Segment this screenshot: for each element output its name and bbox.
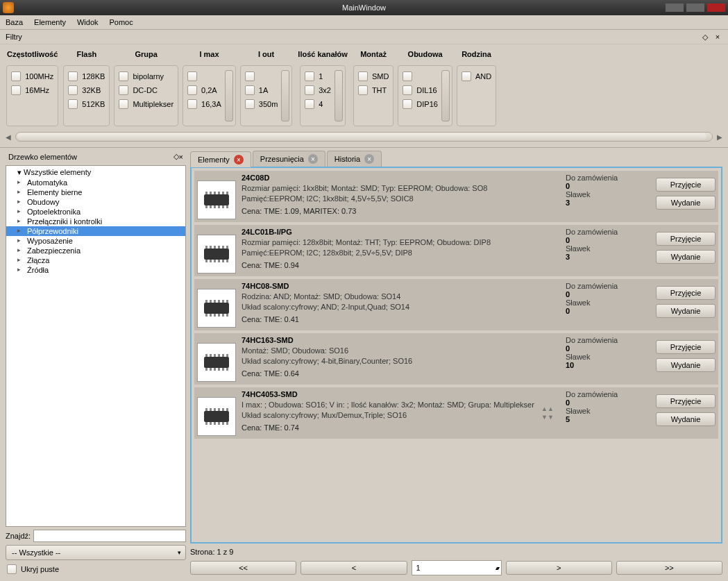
tree-node[interactable]: Źródła — [6, 265, 185, 275]
tree-node[interactable]: Przełączniki i kontrolki — [6, 217, 185, 226]
tree-node[interactable]: Optoelektronika — [6, 207, 185, 217]
tab[interactable]: Elementy× — [190, 151, 251, 167]
tab-close-icon[interactable]: × — [234, 155, 244, 165]
tree-node[interactable]: Automatyka — [6, 178, 185, 187]
filter-checkbox[interactable] — [68, 85, 78, 95]
filter-group-label: I out — [257, 47, 276, 61]
move-down-icon[interactable]: ▼▼ — [541, 414, 554, 421]
list-item[interactable]: 74HC4053-SMDI max: ; Obudowa: SO16; V in… — [194, 387, 718, 439]
element-tree[interactable]: ▾ Wszystkie elementyAutomatykaElementy b… — [6, 165, 186, 527]
svg-rect-62 — [218, 408, 220, 411]
filter-checkbox[interactable] — [187, 71, 197, 81]
filter-option-label: THT — [372, 86, 387, 94]
filter-checkbox[interactable] — [245, 85, 255, 95]
titlebar[interactable]: MainWindow — [0, 0, 728, 15]
filter-checkbox[interactable] — [11, 71, 21, 81]
filter-close-icon[interactable]: × — [713, 32, 722, 42]
filter-scrollbar[interactable]: ◀ ▶ — [0, 129, 728, 147]
filter-checkbox[interactable] — [119, 71, 128, 81]
receive-button[interactable]: Przyjęcie — [656, 394, 716, 408]
filter-checkbox[interactable] — [403, 71, 412, 81]
filter-option-label: Multiplekser — [133, 100, 173, 108]
svg-rect-46 — [205, 354, 208, 357]
tree-node[interactable]: Elementy bierne — [6, 187, 185, 197]
page-prev-button[interactable]: < — [300, 561, 407, 575]
issue-button[interactable]: Wydanie — [656, 358, 716, 372]
issue-button[interactable]: Wydanie — [656, 250, 716, 264]
tree-node[interactable]: Wyposażenie — [6, 236, 185, 246]
item-name: 74HC4053-SMD — [242, 390, 535, 398]
filter-checkbox[interactable] — [245, 99, 255, 109]
maximize-button[interactable] — [686, 3, 704, 12]
tree-root[interactable]: ▾ Wszystkie elementy — [6, 167, 185, 178]
svg-rect-30 — [218, 314, 220, 317]
filter-checkbox[interactable] — [358, 71, 368, 81]
filter-combo[interactable]: -- Wszystkie -- — [6, 545, 186, 560]
filter-checkbox[interactable] — [119, 85, 128, 95]
menu-widok[interactable]: Widok — [77, 18, 99, 26]
filter-option-label: 4 — [319, 100, 323, 108]
tab-close-icon[interactable]: × — [308, 154, 318, 164]
svg-rect-13 — [204, 249, 229, 260]
filter-checkbox[interactable] — [462, 71, 471, 81]
scroll-left-icon[interactable]: ◀ — [6, 133, 11, 141]
close-button[interactable] — [707, 3, 725, 12]
issue-button[interactable]: Wydanie — [656, 196, 716, 210]
filter-checkbox[interactable] — [68, 99, 78, 109]
filter-option-label: 350m — [259, 100, 278, 108]
filter-group: SMDTHT — [353, 65, 393, 126]
tab[interactable]: Przesunięcia× — [253, 151, 325, 167]
receive-button[interactable]: Przyjęcie — [656, 286, 716, 300]
filter-checkbox[interactable] — [403, 85, 412, 95]
list-item[interactable]: 74HC163-SMDMontaż: SMD; Obudowa: SO16Ukł… — [194, 333, 718, 385]
tree-close-icon[interactable]: × — [179, 153, 183, 161]
svg-rect-59 — [205, 408, 208, 411]
tree-node[interactable]: Obudowy — [6, 197, 185, 207]
hide-empty-label: Ukryj puste — [21, 565, 59, 573]
owner-value: 3 — [566, 253, 650, 261]
svg-rect-52 — [204, 411, 229, 422]
page-next-button[interactable]: > — [506, 561, 612, 575]
tab-close-icon[interactable]: × — [364, 154, 374, 164]
filter-checkbox[interactable] — [305, 85, 314, 95]
minimize-button[interactable] — [666, 3, 684, 12]
list-item[interactable]: 24C08DRozmiar pamięci: 1kx8bit; Montaż: … — [194, 171, 718, 222]
list-item[interactable]: 24LC01B-I/PGRozmiar pamięci: 128x8bit; M… — [194, 225, 718, 276]
issue-button[interactable]: Wydanie — [656, 304, 716, 318]
filter-checkbox[interactable] — [305, 99, 314, 109]
find-input[interactable] — [33, 530, 186, 542]
page-select[interactable]: 1 — [412, 560, 502, 575]
menu-pomoc[interactable]: Pomoc — [110, 18, 133, 26]
filter-checkbox[interactable] — [11, 85, 21, 95]
scroll-right-icon[interactable]: ▶ — [717, 133, 722, 141]
filter-checkbox[interactable] — [358, 85, 368, 95]
hide-empty-checkbox[interactable] — [7, 564, 17, 574]
owner-value: 0 — [566, 307, 650, 315]
move-up-icon[interactable]: ▲▲ — [541, 405, 554, 412]
filter-checkbox[interactable] — [305, 71, 314, 81]
filter-checkbox[interactable] — [187, 85, 197, 95]
receive-button[interactable]: Przyjęcie — [656, 340, 716, 354]
receive-button[interactable]: Przyjęcie — [656, 232, 716, 246]
page-last-button[interactable]: >> — [616, 561, 722, 575]
issue-button[interactable]: Wydanie — [656, 412, 716, 426]
tree-node[interactable]: Półprzewodniki — [6, 226, 185, 236]
filter-checkbox[interactable] — [119, 99, 128, 109]
filter-checkbox[interactable] — [187, 99, 197, 109]
tree-detach-icon[interactable]: ◇ — [173, 152, 179, 161]
menu-elementy[interactable]: Elementy — [34, 18, 66, 26]
filter-option-label: 1A — [259, 86, 268, 94]
item-list[interactable]: 24C08DRozmiar pamięci: 1kx8bit; Montaż: … — [190, 167, 722, 544]
filter-group-label: Ilość kanałów — [296, 47, 349, 61]
tree-node[interactable]: Zabezpieczenia — [6, 246, 185, 255]
menu-baza[interactable]: Baza — [6, 18, 23, 26]
tab[interactable]: Historia× — [327, 151, 382, 167]
receive-button[interactable]: Przyjęcie — [656, 178, 716, 192]
filter-checkbox[interactable] — [68, 71, 78, 81]
filter-checkbox[interactable] — [245, 71, 255, 81]
tree-node[interactable]: Złącza — [6, 255, 185, 265]
filter-checkbox[interactable] — [403, 99, 412, 109]
page-first-button[interactable]: << — [190, 561, 296, 575]
filter-detach-icon[interactable]: ◇ — [700, 32, 710, 42]
list-item[interactable]: 74HC08-SMDRodzina: AND; Montaż: SMD; Obu… — [194, 279, 718, 330]
